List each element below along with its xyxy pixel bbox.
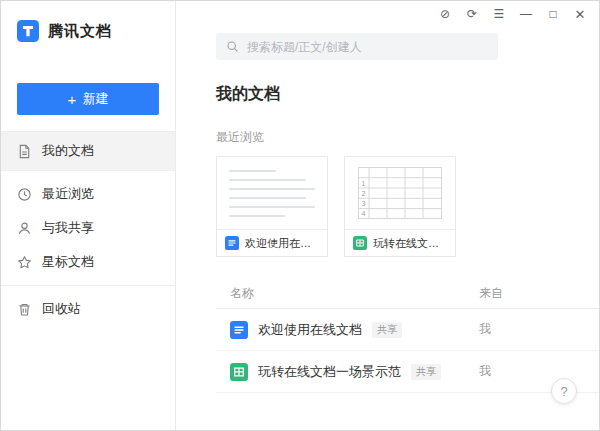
sidebar-item-label: 我的文档 xyxy=(42,142,94,160)
search-input[interactable] xyxy=(247,40,488,54)
sidebar-nav-secondary: 最近浏览 与我共享 星标文档 xyxy=(1,171,175,285)
recent-cards: 欢迎使用在线文档 1 2 3 4 xyxy=(216,156,599,257)
document-name: 欢迎使用在线文档 xyxy=(258,321,362,339)
document-icon xyxy=(17,144,32,159)
document-name: 玩转在线文档一场景示范 xyxy=(258,363,401,381)
search-icon xyxy=(226,40,239,53)
recent-card-sheet[interactable]: 1 2 3 4 玩转在线文档一... xyxy=(344,156,456,257)
sidebar-item-label: 星标文档 xyxy=(42,253,94,271)
main-content: 我的文档 最近浏览 xyxy=(176,1,599,430)
new-document-button[interactable]: + 新建 xyxy=(17,83,159,115)
sidebar-item-starred[interactable]: 星标文档 xyxy=(1,245,175,279)
sheet-row-number: 3 xyxy=(362,200,366,207)
sheet-row-number: 4 xyxy=(362,210,366,217)
doc-thumbnail xyxy=(217,157,327,230)
document-owner: 我 xyxy=(479,363,599,380)
incognito-icon[interactable]: ⊘ xyxy=(438,8,452,20)
card-title: 欢迎使用在线文档 xyxy=(245,236,319,251)
sheet-row-number: 2 xyxy=(362,190,366,197)
menu-icon[interactable]: ☰ xyxy=(492,8,506,20)
new-button-label: 新建 xyxy=(82,90,108,108)
sidebar-item-my-documents[interactable]: 我的文档 xyxy=(1,132,175,170)
sidebar-item-recycle-bin[interactable]: 回收站 xyxy=(1,292,175,326)
sidebar-nav-primary: 我的文档 xyxy=(1,132,175,170)
sidebar-nav-trash: 回收站 xyxy=(1,286,175,332)
sheet-row-number: 1 xyxy=(362,180,366,187)
minimize-icon[interactable]: — xyxy=(519,8,533,20)
column-header-name: 名称 xyxy=(230,285,479,302)
table-header: 名称 来自 xyxy=(216,279,599,309)
refresh-icon[interactable]: ⟳ xyxy=(465,8,479,20)
card-title: 玩转在线文档一... xyxy=(373,236,447,251)
sidebar: 腾讯文档 + 新建 我的文档 xyxy=(1,1,176,430)
help-button[interactable]: ? xyxy=(551,378,577,404)
window-controls: ⊘ ⟳ ☰ — □ ✕ xyxy=(438,1,599,27)
recent-section-title: 最近浏览 xyxy=(216,129,599,146)
star-icon xyxy=(17,255,32,270)
app-logo-icon xyxy=(17,20,39,42)
doc-file-icon xyxy=(225,236,239,250)
maximize-icon[interactable]: □ xyxy=(546,8,560,20)
sheet-file-icon xyxy=(230,363,248,381)
sidebar-item-label: 与我共享 xyxy=(42,219,94,237)
trash-icon xyxy=(17,302,32,317)
shared-badge: 共享 xyxy=(372,322,402,338)
app-title: 腾讯文档 xyxy=(48,22,112,41)
search-bar[interactable] xyxy=(216,33,498,60)
close-icon[interactable]: ✕ xyxy=(573,8,587,21)
sheet-thumbnail: 1 2 3 4 xyxy=(345,157,455,230)
doc-file-icon xyxy=(230,321,248,339)
document-owner: 我 xyxy=(479,321,599,338)
clock-icon xyxy=(17,187,32,202)
plus-icon: + xyxy=(68,92,77,107)
page-title: 我的文档 xyxy=(216,84,599,105)
app-logo: 腾讯文档 xyxy=(1,1,175,43)
sheet-file-icon xyxy=(353,236,367,250)
sidebar-item-label: 最近浏览 xyxy=(42,185,94,203)
person-icon xyxy=(17,221,32,236)
sidebar-item-shared-with-me[interactable]: 与我共享 xyxy=(1,211,175,245)
table-row[interactable]: 欢迎使用在线文档 共享 我 xyxy=(216,309,599,351)
app-window: ⊘ ⟳ ☰ — □ ✕ 腾讯文档 + 新建 xyxy=(0,0,600,431)
table-row[interactable]: 玩转在线文档一场景示范 共享 我 xyxy=(216,351,599,393)
document-table: 名称 来自 欢迎使用在线文档 共享 我 xyxy=(216,279,599,393)
shared-badge: 共享 xyxy=(411,364,441,380)
recent-card-doc[interactable]: 欢迎使用在线文档 xyxy=(216,156,328,257)
sidebar-item-label: 回收站 xyxy=(42,300,81,318)
sidebar-item-recent[interactable]: 最近浏览 xyxy=(1,177,175,211)
column-header-from: 来自 xyxy=(479,285,599,302)
